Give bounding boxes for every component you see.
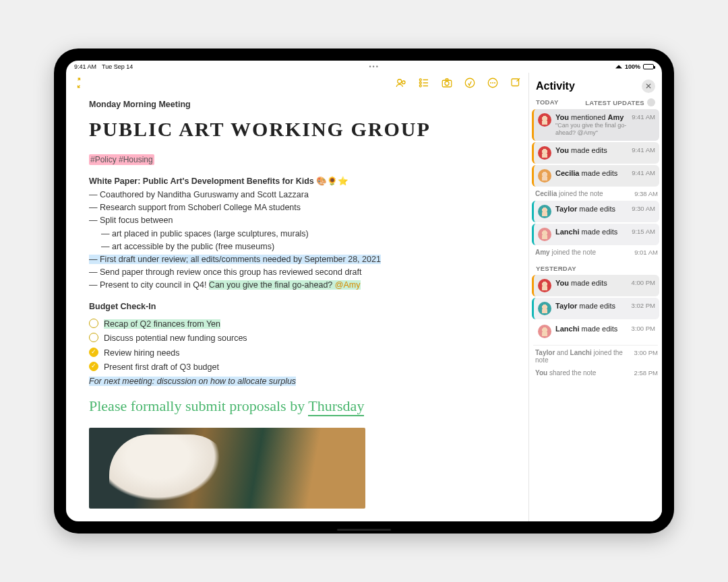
svg-point-9: [491, 83, 491, 84]
activity-subtext: "Can you give the final go-ahead? @Amy": [555, 122, 629, 137]
bullet-mention: — Present to city council in Q4! Can you…: [89, 279, 506, 291]
status-date: Tue Sep 14: [102, 63, 133, 70]
activity-yesterday-label: YESTERDAY: [529, 259, 662, 275]
avatar: [538, 169, 551, 183]
note-image[interactable]: [89, 428, 365, 509]
bullet-highlight: — First draft under review; all edits/co…: [89, 253, 506, 265]
check-label: Recap of Q2 finances from Yen: [104, 319, 220, 329]
activity-row[interactable]: Cecilia made edits9:41 AM: [532, 165, 659, 187]
avatar: [538, 205, 551, 218]
avatar: [538, 325, 551, 338]
activity-panel: Activity ✕ TODAY LATEST UPDATES You ment…: [528, 73, 662, 521]
activity-join-row: Amy joined the note 9:01 AM: [529, 247, 662, 258]
status-time: 9:41 AM: [74, 63, 96, 70]
svg-point-4: [419, 85, 421, 87]
avatar: [538, 302, 551, 315]
checkbox-checked[interactable]: [89, 362, 98, 371]
activity-text: You mentioned Amy: [555, 113, 629, 121]
svg-point-7: [465, 78, 475, 88]
activity-row[interactable]: Lanchi made edits3:00 PM: [532, 321, 659, 342]
svg-point-3: [419, 82, 421, 84]
avatar: [538, 146, 551, 160]
checklist-icon[interactable]: [418, 77, 430, 89]
note-tags[interactable]: #Policy #Housing: [89, 154, 154, 165]
latest-updates-label[interactable]: LATEST UPDATES: [585, 99, 644, 106]
checkbox-unchecked[interactable]: [89, 333, 98, 342]
bullet-line: — Coauthored by Nanditha Guruswamy and S…: [89, 189, 506, 201]
status-bar: 9:41 AM Tue Sep 14 ••• 100%: [66, 61, 662, 73]
handwritten-note: Please formally submit proposals by Thur…: [89, 395, 506, 417]
activity-time: 9:41 AM: [632, 146, 655, 154]
multitask-dots[interactable]: •••: [133, 63, 615, 70]
activity-text: Taylor made edits: [555, 205, 629, 213]
ipad-frame: 9:41 AM Tue Sep 14 ••• 100%: [54, 48, 674, 534]
activity-row[interactable]: Taylor made edits9:30 AM: [532, 201, 659, 222]
collaborate-icon[interactable]: [395, 77, 407, 89]
note-toolbar: [66, 73, 528, 93]
activity-foot-row: You shared the note 2:58 PM: [529, 367, 662, 379]
activity-time: 3:02 PM: [632, 302, 655, 309]
activity-time: 4:00 PM: [632, 279, 655, 286]
battery-percent: 100%: [625, 63, 640, 70]
next-meeting-note: For next meeting: discussion on how to a…: [89, 375, 506, 387]
activity-row[interactable]: Taylor made edits3:02 PM: [532, 298, 659, 319]
activity-time: 9:41 AM: [632, 169, 655, 176]
svg-point-10: [493, 83, 493, 84]
activity-text: You made edits: [555, 279, 629, 287]
note-body[interactable]: Monday Morning Meeting PUBLIC ART WORKIN…: [66, 93, 528, 521]
check-label: Present first draft of Q3 budget: [104, 361, 219, 373]
activity-foot-row: Taylor and Lanchi joined the note 3:00 P…: [529, 347, 662, 366]
activity-time: 9:30 AM: [632, 205, 655, 212]
activity-row[interactable]: You made edits9:41 AM: [532, 142, 659, 164]
activity-row[interactable]: Lanchi made edits9:15 AM: [532, 224, 659, 245]
bullet-line: — Research support from Schoberl College…: [89, 201, 506, 214]
collapse-icon[interactable]: [73, 77, 85, 89]
avatar: [538, 228, 551, 241]
svg-point-1: [402, 81, 406, 84]
svg-point-2: [419, 79, 421, 81]
camera-icon[interactable]: [441, 77, 453, 89]
bullet-sub: — art accessible by the public (free mus…: [89, 240, 506, 253]
activity-time: 9:15 AM: [632, 228, 655, 235]
check-label: Discuss potential new funding sources: [104, 332, 247, 344]
screen: 9:41 AM Tue Sep 14 ••• 100%: [66, 61, 662, 521]
svg-point-0: [398, 79, 402, 84]
activity-row[interactable]: You mentioned Amy"Can you give the final…: [532, 109, 659, 141]
activity-text: You made edits: [555, 146, 629, 154]
budget-heading: Budget Check-In: [89, 300, 506, 313]
bullet-line: — Send paper through review once this gr…: [89, 266, 506, 278]
checkbox-unchecked[interactable]: [89, 319, 98, 328]
mention-amy[interactable]: @Amy: [335, 280, 361, 290]
activity-time: 3:00 PM: [632, 325, 655, 332]
activity-text: Taylor made edits: [555, 302, 629, 310]
battery-icon: [643, 64, 654, 69]
activity-row[interactable]: You made edits4:00 PM: [532, 275, 659, 296]
bullet-sub: — art placed in public spaces (large scu…: [89, 228, 506, 240]
wifi-icon: [615, 65, 622, 69]
activity-text: Lanchi made edits: [555, 228, 629, 236]
activity-time: 9:41 AM: [632, 113, 655, 121]
note-subtitle: Monday Morning Meeting: [89, 98, 506, 110]
activity-join-row: Cecilia joined the note 9:38 AM: [529, 188, 662, 199]
close-icon[interactable]: ✕: [642, 79, 655, 93]
more-icon[interactable]: [487, 77, 499, 89]
budget-checklist: Recap of Q2 finances from Yen Discuss po…: [89, 318, 506, 373]
note-title: PUBLIC ART WORKING GROUP: [89, 115, 506, 144]
latest-updates-dot: [647, 98, 655, 106]
activity-text: Cecilia made edits: [555, 169, 629, 177]
bullet-line: — Split focus between: [89, 214, 506, 226]
activity-text: Lanchi made edits: [555, 325, 629, 333]
compose-icon[interactable]: [510, 77, 522, 89]
activity-today-label: TODAY: [536, 98, 559, 106]
activity-title: Activity: [536, 80, 642, 92]
whitepaper-bullets: — Coauthored by Nanditha Guruswamy and S…: [89, 189, 506, 291]
markup-icon[interactable]: [464, 77, 476, 89]
whitepaper-heading: White Paper: Public Art's Development Be…: [89, 175, 506, 187]
note-area: Monday Morning Meeting PUBLIC ART WORKIN…: [66, 73, 528, 521]
svg-point-11: [495, 83, 495, 84]
check-label: Review hiring needs: [104, 347, 180, 359]
avatar: [538, 113, 551, 127]
checkbox-checked[interactable]: [89, 348, 98, 357]
avatar: [538, 279, 551, 292]
svg-point-6: [445, 82, 449, 86]
